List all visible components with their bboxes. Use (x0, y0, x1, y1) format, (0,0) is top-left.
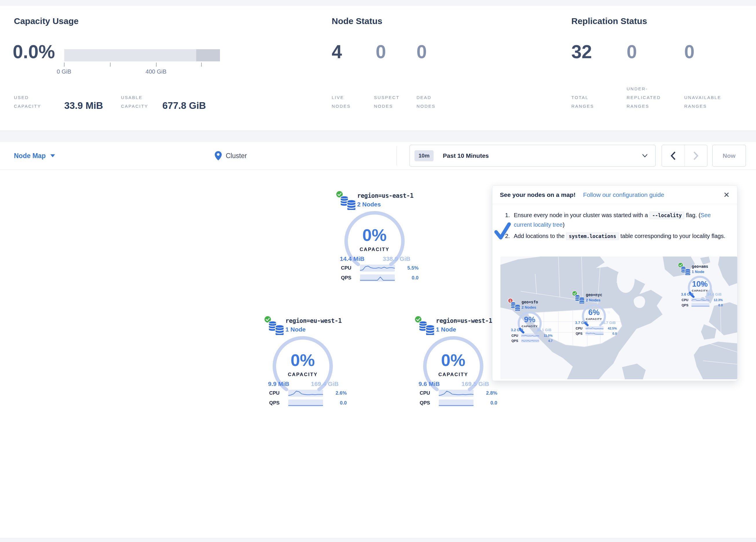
qps-metric-row: QPS0.0 (420, 399, 497, 407)
cpu-value: 42.5% (603, 327, 617, 330)
cpu-sparkline (521, 334, 539, 337)
cpu-label: CPU (511, 334, 520, 337)
region-node-eu-west-1[interactable]: region=eu-west-11 Node0%CAPACITY9.9 MiB1… (261, 313, 351, 412)
cpu-sparkline (691, 298, 709, 302)
suspect-nodes-label: SUSPECT NODES (374, 93, 399, 111)
capacity-min-max: 3.2 GiB35.1 GiB (511, 328, 551, 332)
qps-sparkline (521, 339, 539, 343)
capacity-min-max: 3.7 GiB65.7 GiB (575, 321, 616, 325)
qps-sparkline (691, 303, 709, 307)
node-count-label: 2 Nodes (357, 201, 381, 208)
capacity-min-max: 14.4 MiB338.9 GiB (340, 255, 410, 262)
capacity-usage-title: Capacity Usage (14, 16, 78, 26)
dead-nodes-count: 0 (416, 42, 427, 62)
usable-capacity-label: USABLE CAPACITY (121, 93, 148, 111)
qps-label: QPS (341, 275, 358, 281)
cpu-label: CPU (269, 390, 286, 396)
capacity-used-percent: 0.0% (13, 42, 55, 62)
capacity-gauge-label: CAPACITY (343, 247, 406, 252)
now-button[interactable]: Now (712, 145, 746, 167)
under-replicated-ranges-count: 0 (627, 42, 637, 62)
cpu-metric-row: CPU2.6% (269, 390, 347, 397)
cpu-metric-row: CPU12.3% (682, 298, 723, 302)
world-map-preview: 1geo=sfo2 Nodes9%CAPACITY3.2 GiB35.1 GiB… (500, 256, 737, 379)
under-replicated-ranges-label: UNDER- REPLICATED RANGES (627, 84, 661, 111)
cpu-label: CPU (682, 298, 690, 302)
step-text: Ensure every node in your cluster was st… (514, 210, 729, 229)
time-range-badge: 10m (414, 150, 434, 161)
page-footer-strip (0, 538, 756, 542)
qps-metric-row: QPS0.0 (576, 331, 617, 336)
chevron-left-icon (671, 151, 676, 160)
replication-status-title: Replication Status (571, 16, 647, 26)
chevron-right-icon (693, 151, 698, 160)
used-capacity-label: USED CAPACITY (14, 93, 41, 111)
view-selector-label: Node Map (14, 152, 46, 160)
node-count-label: 1 Node (285, 326, 306, 333)
system-locations-code: system.locations (566, 232, 619, 240)
cpu-metric-row: CPU5.5% (341, 264, 419, 272)
map-node-geo-ams[interactable]: geo=ams1 Node10%CAPACITY3.6 GiB34.4 GiBC… (677, 262, 726, 324)
qps-sparkline (586, 332, 603, 335)
breadcrumb[interactable]: Cluster (215, 142, 247, 170)
step-done-check-icon (494, 222, 511, 240)
popup-title: See your nodes on a map! (500, 191, 575, 198)
qps-value: 0.0 (323, 400, 347, 406)
used-space: 3.6 GiB (681, 293, 693, 297)
locality-label: geo=nyc (586, 293, 602, 297)
view-selector-dropdown[interactable]: Node Map (14, 142, 55, 170)
qps-sparkline (439, 400, 474, 407)
map-node-geo-sfo[interactable]: 1geo=sfo2 Nodes9%CAPACITY3.2 GiB35.1 GiB… (507, 297, 556, 360)
time-step-buttons (662, 145, 707, 167)
capacity-min-max: 9.9 MiB169.4 GiB (268, 381, 339, 387)
used-space: 9.9 MiB (268, 381, 289, 387)
cpu-sparkline (288, 390, 323, 397)
capacity-gauge-label: CAPACITY (685, 289, 714, 292)
nodes-db-stack-icon (418, 321, 436, 335)
axis-tick-label: 400 GiB (146, 68, 166, 75)
capacity-gauge-label: CAPACITY (515, 325, 544, 328)
cpu-metric-row: CPU42.5% (576, 326, 617, 330)
node-map-canvas: region=us-east-12 Nodes0%CAPACITY14.4 Mi… (0, 170, 756, 538)
configuration-guide-link[interactable]: Follow our configuration guide (583, 191, 664, 198)
total-space: 169.4 GiB (311, 381, 339, 387)
time-step-back-button[interactable] (662, 145, 685, 166)
region-node-us-west-1[interactable]: region=us-west-11 Node0%CAPACITY9.6 MiB1… (412, 313, 501, 412)
nodes-db-stack-icon (340, 195, 357, 210)
axis-tick (201, 63, 202, 67)
popup-body: 1. Ensure every node in your cluster was… (492, 204, 737, 241)
live-nodes-count: 4 (332, 42, 342, 62)
cpu-value: 5.5% (395, 265, 419, 271)
capacity-percent: 0% (421, 350, 485, 370)
used-capacity-value: 33.9 MiB (64, 100, 103, 111)
qps-sparkline (288, 400, 323, 407)
capacity-percent: 0% (343, 225, 406, 245)
used-space: 3.7 GiB (575, 321, 588, 325)
qps-label: QPS (576, 332, 584, 335)
qps-value: 0.0 (603, 332, 617, 335)
cpu-metric-row: CPU2.8% (420, 390, 497, 397)
time-step-forward-button[interactable] (685, 145, 707, 166)
setup-step-1: 1. Ensure every node in your cluster was… (505, 210, 729, 229)
setup-step-2: 2. Add locations to the system.locations… (505, 231, 729, 241)
qps-value: 0.0 (709, 304, 723, 307)
qps-label: QPS (420, 400, 436, 406)
qps-metric-row: QPS0.0 (682, 303, 723, 307)
axis-tick (110, 63, 111, 67)
breadcrumb-label: Cluster (226, 152, 247, 160)
used-space: 3.2 GiB (511, 328, 523, 332)
cpu-value: 2.6% (323, 390, 347, 396)
total-space: 35.1 GiB (537, 328, 551, 332)
locality-setup-popup: See your nodes on a map! Follow our conf… (492, 185, 737, 381)
close-icon[interactable]: ✕ (723, 191, 730, 198)
total-space: 338.9 GiB (383, 255, 410, 262)
region-node-us-east-1[interactable]: region=us-east-12 Nodes0%CAPACITY14.4 Mi… (333, 188, 423, 287)
axis-tick (156, 63, 157, 67)
qps-metric-row: QPS4.7 (511, 339, 553, 343)
cpu-sparkline (586, 326, 603, 330)
qps-label: QPS (682, 304, 690, 307)
dead-nodes-label: DEAD NODES (416, 93, 436, 111)
time-range-dropdown[interactable]: 10m Past 10 Minutes (410, 145, 656, 167)
map-node-geo-nyc[interactable]: geo=nyc2 Nodes6%CAPACITY3.7 GiB65.7 GiBC… (571, 290, 621, 352)
node-status-title: Node Status (332, 16, 382, 26)
